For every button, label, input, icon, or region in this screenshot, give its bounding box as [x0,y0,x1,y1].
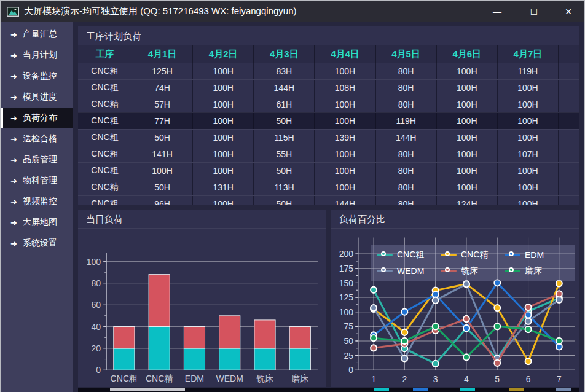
table-cell: CNC精 [78,179,132,195]
bar-chart-body: 020406080100CNC粗CNC精EDMWEDM铣床磨床 [78,229,326,387]
sidebar-item-6[interactable]: ➜品质管理 [1,149,73,170]
y-tick-label: 0 [348,365,353,375]
data-point [525,326,532,332]
bar-segment-top [114,327,135,348]
legend-dot-icon [381,267,386,272]
window-titlebar[interactable]: 大屏模块演示-均可独立使用 (QQ: 517216493 WX: feiyang… [1,1,584,22]
legend-item-EDM[interactable]: EDM [505,249,568,261]
y-tick-label: 0 [96,365,101,375]
sidebar-item-1[interactable]: ➜当月计划 [1,45,73,66]
legend-label: WEDM [397,266,424,276]
table-cell: CNC粗 [78,80,132,96]
bar-segment-bottom [219,348,240,370]
y-tick-label: 75 [344,321,353,331]
panel-title-today-load: 当日负荷 [78,210,326,229]
data-point [371,345,377,351]
sidebar-item-7[interactable]: ➜物料管理 [1,170,73,191]
table-row[interactable]: CNC粗50H100H115H139H144H100H100H [78,129,579,146]
clipped-bar-legend [110,388,185,391]
sidebar-item-0[interactable]: ➜产量汇总 [1,24,73,45]
table-row[interactable]: CNC精57H100H61H100H80H100H100H [78,96,579,112]
table-row[interactable]: CNC精50H131H113H100H80H100H100H [78,179,579,195]
arrow-icon: ➜ [10,198,17,206]
table-cell: 144H [376,130,437,146]
table-row[interactable]: CNC粗141H100H55H100H80H100H107H [78,146,579,162]
close-button[interactable]: ✕ [552,1,584,22]
sidebar-item-label: 产量汇总 [23,29,57,40]
y-tick-label: 175 [339,264,353,273]
clipped-legend-chip [460,388,475,391]
table-cell: 115H [254,130,315,146]
table-row[interactable]: CNC粗77H100H50H100H119H100H100H [78,112,579,129]
legend-dot-icon [445,267,450,272]
table-cell-filler [559,163,579,179]
table-cell: 100H [437,96,498,112]
legend-item-磨床[interactable]: 磨床 [505,265,568,276]
sidebar-item-label: 负荷分布 [23,112,57,123]
table-cell-filler [559,63,579,79]
table-row[interactable]: CNC粗96H100H50H144H80H124H100H [78,195,579,205]
y-tick-label: 25 [344,351,353,361]
data-point [371,287,377,293]
table-header-cell: 4月3日 [254,45,315,63]
data-point [433,323,439,329]
legend-dot-icon [509,251,514,256]
panel-load-percentage: 负荷百分比 02550751001251501752001234567 CNC粗… [331,210,579,387]
table-cell: 80H [376,96,437,112]
table-cell: 119H [498,63,559,79]
bar-segment-top [219,316,240,348]
legend-label: 磨床 [525,265,542,276]
legend-item-WEDM[interactable]: WEDM [377,265,441,276]
data-point [525,318,532,324]
y-tick-label: 200 [339,249,353,259]
x-tick-label: 2 [402,374,407,384]
sidebar-item-2[interactable]: ➜设备监控 [1,66,73,87]
sidebar-item-10[interactable]: ➜系统设置 [1,233,73,254]
bar-segment-top [184,327,205,348]
table-row[interactable]: CNC粗125H100H83H100H80H100H119H [78,63,579,79]
table-cell: 100H [437,179,498,195]
table-cell: 100H [193,80,254,96]
sidebar-item-4[interactable]: ➜负荷分布 [1,108,73,128]
maximize-button[interactable]: ☐ [516,1,552,22]
data-point [433,361,439,367]
clipped-legend-chip [509,388,524,391]
sidebar-item-label: 设备监控 [23,71,57,82]
bar-segment-bottom [149,327,170,370]
sidebar-item-label: 品质管理 [23,154,57,165]
table-header-cell-filler [559,45,579,63]
sidebar-item-5[interactable]: ➜送检合格 [1,128,73,149]
table-cell: CNC粗 [78,146,132,162]
legend-item-CNC粗[interactable]: CNC粗 [377,249,441,261]
table-cell: 144H [254,80,315,96]
table-header-cell: 4月7日 [498,45,559,63]
legend-item-铣床[interactable]: 铣床 [441,265,505,276]
app-icon [7,7,19,17]
legend-dot-icon [381,251,386,256]
line-chart-legend: CNC粗CNC精EDMWEDM铣床磨床 [371,245,575,281]
x-category-label: CNC粗 [111,374,138,383]
data-point [494,305,500,311]
x-category-label: 铣床 [256,374,273,383]
today-load-bar-chart: 020406080100CNC粗CNC精EDMWEDM铣床磨床 [78,229,326,387]
sidebar-item-8[interactable]: ➜视频监控 [1,191,73,212]
table-cell: 113H [254,179,315,195]
table-cell: 100H [315,179,375,195]
table-row[interactable]: CNC粗100H100H50H100H80H100H100H [78,162,579,179]
legend-label: CNC粗 [397,249,424,261]
minimize-button[interactable]: — [479,1,516,22]
main-area: 工序计划负荷 工序4月1日4月2日4月3日4月4日4月5日4月6日4月7日CNC… [73,22,584,392]
sidebar-item-3[interactable]: ➜模具进度 [1,87,73,108]
line-chart-body: 02550751001251501752001234567 CNC粗CNC精ED… [331,229,579,387]
legend-marker [377,267,393,275]
sidebar-item-label: 视频监控 [23,196,57,207]
data-point [463,281,469,287]
sidebar-item-label: 模具进度 [23,92,57,103]
sidebar: ➜产量汇总➜当月计划➜设备监控➜模具进度➜负荷分布➜送检合格➜品质管理➜物料管理… [1,22,73,392]
y-tick-label: 100 [339,307,353,317]
legend-item-CNC精[interactable]: CNC精 [441,249,505,261]
sidebar-item-9[interactable]: ➜大屏地图 [1,212,73,233]
arrow-icon: ➜ [10,240,17,248]
table-cell: 100H [315,163,375,179]
table-row[interactable]: CNC粗74H100H144H108H80H100H100H [78,79,579,96]
